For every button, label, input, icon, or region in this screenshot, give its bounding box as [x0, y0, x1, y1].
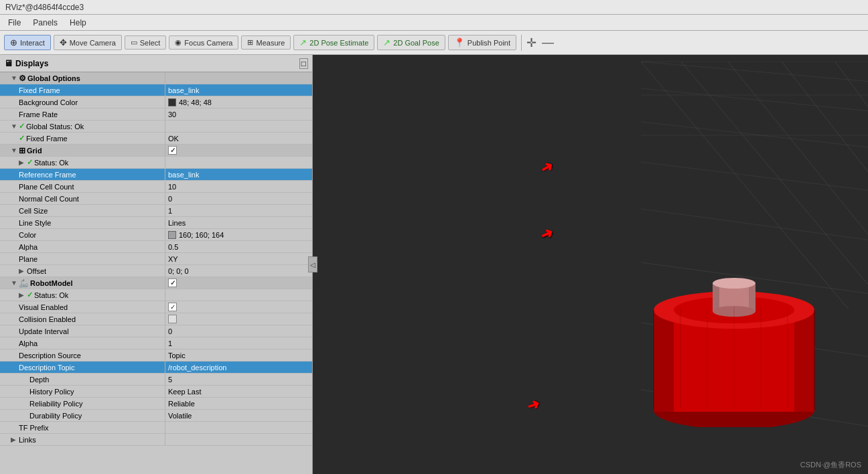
select-button[interactable]: ▭ Select [125, 35, 167, 50]
global-options-row[interactable]: ▼ ⚙ Global Options [0, 72, 312, 84]
tf-prefix-row[interactable]: TF Prefix [0, 422, 312, 434]
robotmodel-status-row[interactable]: ▶ ✓ Status: Ok [0, 289, 312, 301]
menubar: File Panels Help [0, 15, 868, 31]
menu-panels[interactable]: Panels [27, 17, 63, 29]
robot-svg [640, 213, 828, 427]
description-topic-value: /robot_description [165, 362, 312, 373]
reference-frame-row[interactable]: Reference Frame base_link [0, 169, 312, 181]
history-policy-value: Keep Last [165, 386, 312, 397]
background-color-row[interactable]: Background Color 48; 48; 48 [0, 96, 312, 108]
2d-goal-icon: ↗ [383, 37, 390, 48]
background-color-label: Background Color [19, 98, 78, 106]
update-interval-row[interactable]: Update Interval 0 [0, 325, 312, 337]
depth-label: Depth [29, 376, 49, 384]
focus-camera-button[interactable]: ◉ Focus Camera [169, 35, 238, 50]
grid-label: Grid [27, 147, 42, 155]
robot-model-render [640, 213, 828, 427]
description-source-row[interactable]: Description Source Topic [0, 349, 312, 362]
svg-rect-27 [713, 283, 719, 311]
global-status-value [165, 121, 312, 132]
grid-row[interactable]: ▼ ⊞ Grid [0, 145, 312, 157]
svg-rect-22 [654, 310, 674, 412]
plane-label: Plane [19, 255, 38, 263]
select-label: Select [140, 39, 161, 47]
update-interval-value: 0 [165, 325, 312, 337]
2d-pose-label: 2D Pose Estimate [309, 39, 368, 47]
history-policy-row[interactable]: History Policy Keep Last [0, 386, 312, 398]
reliability-policy-row[interactable]: Reliability Policy Reliable [0, 398, 312, 410]
collision-enabled-row[interactable]: Collision Enabled [0, 313, 312, 325]
interact-button[interactable]: ⊕ Interact [4, 35, 51, 50]
cell-size-row[interactable]: Cell Size 1 [0, 205, 312, 217]
alpha2-row[interactable]: Alpha 1 [0, 337, 312, 349]
description-topic-row[interactable]: Description Topic /robot_description [0, 362, 312, 374]
color-row[interactable]: Color 160; 160; 164 [0, 229, 312, 241]
global-status-check: ✓ [19, 122, 25, 131]
property-tree: ▼ ⚙ Global Options Fixed Frame base_link… [0, 72, 312, 474]
menu-file[interactable]: File [3, 17, 26, 29]
collision-enabled-checkbox[interactable] [168, 315, 177, 323]
links-value [165, 434, 312, 445]
publish-point-button[interactable]: 📍 Publish Point [448, 35, 516, 50]
visual-enabled-value [165, 301, 312, 313]
offset-row[interactable]: ▶ Offset 0; 0; 0 [0, 265, 312, 277]
visual-enabled-label: Visual Enabled [19, 303, 68, 311]
grid-checkbox[interactable] [168, 146, 177, 155]
minus-icon[interactable]: — [542, 35, 554, 50]
toolbar: ⊕ Interact ✥ Move Camera ▭ Select ◉ Focu… [0, 31, 868, 55]
measure-button[interactable]: ⊞ Measure [241, 35, 291, 50]
visual-enabled-row[interactable]: Visual Enabled [0, 301, 312, 313]
depth-row[interactable]: Depth 5 [0, 374, 312, 386]
color-swatch [168, 231, 176, 239]
plane-row[interactable]: Plane XY [0, 253, 312, 265]
line-style-row[interactable]: Line Style Lines [0, 217, 312, 229]
durability-policy-label: Durability Policy [29, 412, 82, 420]
plane-cell-count-row[interactable]: Plane Cell Count 10 [0, 181, 312, 193]
move-camera-button[interactable]: ✥ Move Camera [54, 35, 122, 50]
measure-icon: ⊞ [247, 38, 253, 47]
2d-pose-icon: ↗ [299, 37, 307, 48]
svg-line-14 [641, 122, 868, 182]
global-status-row[interactable]: ▼ ✓ Global Status: Ok [0, 121, 312, 133]
visual-enabled-checkbox[interactable] [168, 303, 177, 311]
durability-policy-row[interactable]: Durability Policy Volatile [0, 410, 312, 422]
robotmodel-status-label: Status: Ok [34, 291, 68, 299]
fixed-frame-ok-row[interactable]: ✓ Fixed Frame OK [0, 133, 312, 145]
alpha2-value: 1 [165, 337, 312, 349]
fixed-frame-ok-check: ✓ [19, 134, 25, 143]
measure-label: Measure [256, 39, 285, 47]
depth-value: 5 [165, 374, 312, 385]
plus-icon[interactable]: ✛ [526, 35, 536, 50]
description-topic-label: Description Topic [19, 364, 75, 372]
menu-help[interactable]: Help [64, 17, 92, 29]
alpha-row[interactable]: Alpha 0.5 [0, 241, 312, 253]
panel-collapse-button[interactable]: ◁ [308, 256, 317, 272]
svg-rect-28 [749, 283, 755, 311]
grid-status-row[interactable]: ▶ ✓ Status: Ok [0, 157, 312, 169]
watermark: CSDN·@鱼香ROS [800, 460, 861, 470]
alpha2-label: Alpha [19, 339, 38, 347]
robotmodel-status-check: ✓ [27, 291, 33, 299]
3d-viewport[interactable]: ➜ ➜ ➜ CSDN·@鱼香ROS [313, 55, 868, 474]
2d-goal-button[interactable]: ↗ 2D Goal Pose [377, 35, 445, 50]
publish-point-label: Publish Point [467, 39, 510, 47]
normal-cell-count-row[interactable]: Normal Cell Count 0 [0, 193, 312, 205]
displays-maximize-icon[interactable]: □ [299, 58, 308, 69]
robotmodel-row[interactable]: ▼ 🦾 RobotModel [0, 277, 312, 289]
2d-pose-button[interactable]: ↗ 2D Pose Estimate [293, 35, 374, 50]
global-status-arrow: ▼ [11, 123, 17, 130]
grid-value [165, 145, 312, 156]
fixed-frame-row[interactable]: Fixed Frame base_link [0, 84, 312, 96]
frame-rate-value: 30 [165, 108, 312, 120]
frame-rate-row[interactable]: Frame Rate 30 [0, 108, 312, 121]
links-row[interactable]: ▶ Links [0, 434, 312, 446]
publish-point-icon: 📍 [454, 37, 465, 48]
frame-rate-label: Frame Rate [19, 110, 58, 118]
svg-point-30 [713, 278, 755, 289]
displays-monitor-icon: 🖥 [4, 58, 13, 68]
links-label: Links [19, 436, 36, 444]
robotmodel-checkbox[interactable] [168, 279, 177, 287]
alpha-label: Alpha [19, 243, 38, 251]
global-options-label: Global Options [27, 74, 80, 82]
fixed-frame-value: base_link [165, 84, 312, 96]
